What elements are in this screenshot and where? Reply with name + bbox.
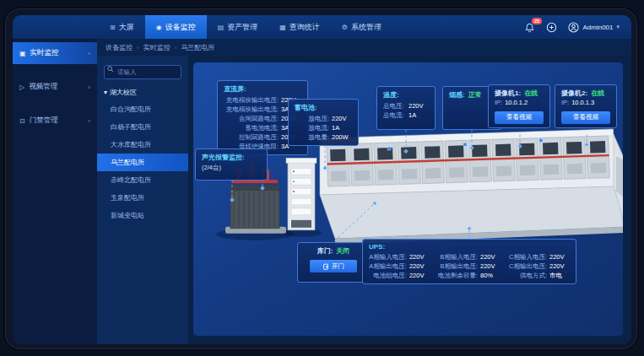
sidebar-item-access-label: 门禁管理 <box>30 116 58 126</box>
ups-row-label: C相输出电压: <box>509 262 547 271</box>
tab-system-management-label: 系统管理 <box>351 22 382 33</box>
ups-row-label: B相输出电压: <box>438 262 478 271</box>
tree-root-label: 湖大校区 <box>110 88 137 97</box>
tree-item-station-4-selected[interactable]: 乌兰配电所 <box>97 154 188 171</box>
tree-item-station-7[interactable]: 新城变电站 <box>97 207 188 224</box>
smoke-title: 烟感: <box>449 90 465 100</box>
temperature-row-label: 总电流: <box>383 111 406 120</box>
fullscreen-button[interactable] <box>546 22 557 33</box>
user-menu[interactable]: Admin001 ▾ <box>568 22 620 33</box>
camera2-view-video-button[interactable]: 查看视频 <box>561 111 610 124</box>
camera1-view-video-button[interactable]: 查看视频 <box>495 111 544 124</box>
tab-asset-management[interactable]: ▤ 资产管理 <box>207 15 269 39</box>
camera1-ip: 10.0.1.2 <box>505 98 528 107</box>
open-door-icon <box>322 263 329 270</box>
access-management-icon: ⊡ <box>19 117 25 125</box>
ups-row-value: 市电 <box>549 271 570 280</box>
smoke-status: 正常 <box>468 90 482 100</box>
breadcrumb-item-1[interactable]: 设备监控 <box>106 43 133 52</box>
search-icon <box>107 66 114 73</box>
alarm-value: (2/4台) <box>202 164 261 172</box>
ups-panel: UPS: A相输入电压:220V A相输出电压:220V 电池组电压:220V … <box>362 239 576 284</box>
alarm-title: 声光报警监控: <box>202 153 261 162</box>
battery-row-label: 放电压: <box>295 114 329 123</box>
camera2-status: 在线 <box>591 89 604 98</box>
fullscreen-icon <box>546 22 557 33</box>
ups-row-value: 220V <box>409 271 430 280</box>
system-icon: ⚙ <box>342 24 348 31</box>
dashboard-icon: ⊞ <box>110 24 116 31</box>
sidebar-item-video-label: 视频管理 <box>29 82 57 92</box>
battery-row-value: 200W <box>332 132 352 142</box>
ups-row-label: A相输出电压: <box>369 262 407 271</box>
ups-row-value: 220V <box>409 252 430 262</box>
camera2-ip-label: IP: <box>561 98 569 107</box>
user-name: Admin001 <box>582 24 613 31</box>
temperature-row-value: 220V <box>409 101 429 111</box>
ups-row-value: 220V <box>409 262 430 271</box>
ups-row-label: 电池剩余容量: <box>438 271 478 280</box>
breadcrumb-item-3[interactable]: 乌兰配电所 <box>181 43 214 52</box>
station-3d-view: 直流屏: 充电模块输出电压:220V 充电模块输出电流:3A 合闸回路电压:20… <box>193 62 623 336</box>
battery-panel: 蓄电池: 放电压:220V 放电流:1A 放电量:200W <box>288 99 359 146</box>
ups-title: UPS: <box>369 243 570 251</box>
temperature-row-value: 1A <box>409 111 429 120</box>
station-tree-panel: ▾ 湖大校区 白合沟配电所 白杨子配电所 大水库配电所 乌兰配电所 赤峰北配电所… <box>97 56 188 344</box>
tab-system-management[interactable]: ⚙ 系统管理 <box>331 15 392 39</box>
ups-row-label: 供电方式: <box>509 271 547 280</box>
breadcrumb: 设备监控 › 实时监控 › 乌兰配电所 <box>97 39 631 56</box>
tab-device-monitor[interactable]: ◉ 设备监控 <box>145 15 207 39</box>
ups-row-value: 220V <box>480 252 501 262</box>
ups-row-value: 220V <box>549 262 570 271</box>
ups-row-value: 220V <box>549 252 570 262</box>
sidebar-item-realtime-label: 实时监控 <box>30 48 59 58</box>
tree-root-node[interactable]: ▾ 湖大校区 <box>104 88 181 97</box>
tree-item-station-5[interactable]: 赤峰北配电所 <box>97 171 188 189</box>
user-avatar-icon <box>568 22 579 33</box>
breadcrumb-separator: › <box>175 44 177 51</box>
door-status: 关闭 <box>336 246 349 256</box>
tree-item-station-2[interactable]: 白杨子配电所 <box>97 118 188 136</box>
tree-search <box>104 62 181 79</box>
user-caret-icon: ▾ <box>616 24 620 30</box>
breadcrumb-separator: › <box>137 44 139 51</box>
tab-device-monitor-label: 设备监控 <box>165 22 196 33</box>
sound-light-alarm-panel: 声光报警监控: (2/4台) <box>195 148 268 181</box>
query-icon: ▦ <box>279 24 286 31</box>
tab-query-statistics-label: 查询统计 <box>290 22 320 33</box>
notifications-button[interactable]: 25 <box>524 22 535 33</box>
chevron-right-icon: › <box>88 117 90 125</box>
ups-row-label: C相输入电压: <box>509 252 547 262</box>
sidebar-item-access-management[interactable]: ⊡ 门禁管理 › <box>13 110 97 132</box>
chevron-right-icon: › <box>88 84 90 91</box>
ups-column-c: C相输入电压:220V C相输出电压:220V 供电方式:市电 <box>509 252 570 280</box>
camera2-title: 摄像机2: <box>561 89 587 98</box>
search-input[interactable] <box>104 65 181 79</box>
sidebar-item-realtime-monitor[interactable]: ▣ 实时监控 › <box>13 42 97 64</box>
tab-dashboard[interactable]: ⊞ 大屏 <box>99 15 145 39</box>
camera2-panel: 摄像机2: 在线 IP:10.0.1.3 查看视频 <box>555 84 617 128</box>
dc-screen-title: 直流屏: <box>224 84 301 94</box>
tab-dashboard-label: 大屏 <box>119 22 134 33</box>
open-door-button-label: 开门 <box>332 262 344 271</box>
caret-down-icon: ▾ <box>104 89 107 96</box>
battery-row-value: 220V <box>332 114 352 123</box>
dc-row-label: 充电模块输出电压: <box>224 95 279 105</box>
tab-query-statistics[interactable]: ▦ 查询统计 <box>268 15 331 39</box>
tree-item-station-6[interactable]: 玉泉配电所 <box>97 189 188 207</box>
ups-row-label: 电池组电压: <box>369 271 407 280</box>
door-panel: 库门: 关闭 开门 <box>297 242 370 283</box>
ups-row-label: A相输入电压: <box>369 252 407 262</box>
breadcrumb-item-2[interactable]: 实时监控 <box>143 43 170 52</box>
chevron-right-icon: › <box>88 50 90 57</box>
camera2-ip: 10.0.1.3 <box>571 98 594 107</box>
monitor-icon: ◉ <box>156 24 162 31</box>
camera1-status: 在线 <box>524 89 538 98</box>
ups-row-value: 80% <box>480 271 501 280</box>
sidebar-item-video-management[interactable]: ▷ 视频管理 › <box>13 76 97 98</box>
dc-row-label: 充电模块输出电流: <box>224 105 279 114</box>
temperature-row-label: 总电压: <box>383 101 406 111</box>
open-door-button[interactable]: 开门 <box>310 260 357 272</box>
tree-item-station-1[interactable]: 白合沟配电所 <box>97 100 188 118</box>
tree-item-station-3[interactable]: 大水库配电所 <box>97 136 188 154</box>
